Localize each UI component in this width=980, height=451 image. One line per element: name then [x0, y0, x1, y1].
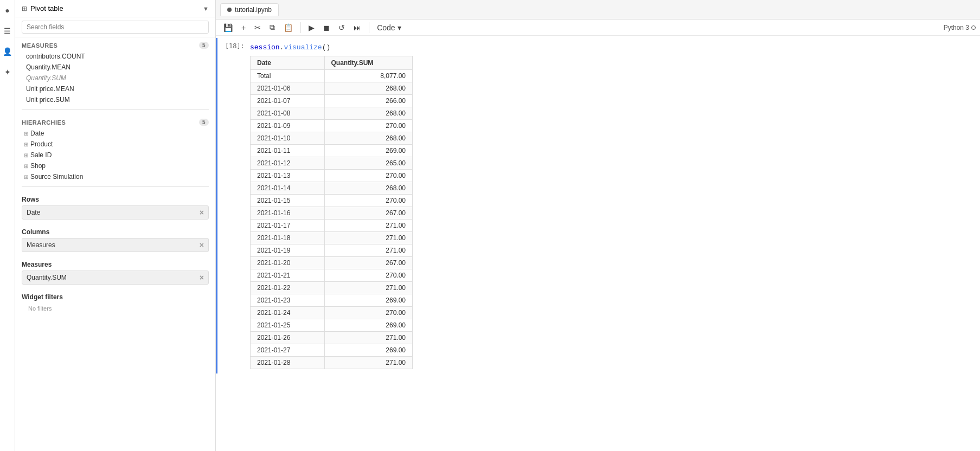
paste-button[interactable]: 📋: [280, 22, 296, 33]
sidebar-icon-1[interactable]: ●: [2, 4, 14, 16]
pivot-icon: ⊞: [22, 5, 27, 12]
search-input[interactable]: [22, 21, 209, 34]
col-header-date: Date: [251, 56, 325, 70]
hier-icon-date: ⊞: [24, 131, 28, 137]
hierarchies-list: ⊞ Date ⊞ Product ⊞ Sale ID ⊞ Shop ⊞ Sour…: [15, 128, 215, 182]
divider-2: [22, 186, 209, 187]
measure-item-unit-price-mean[interactable]: Unit price.MEAN: [15, 83, 215, 94]
quantity-cell: 269.00: [324, 319, 412, 332]
code-session: session: [250, 43, 280, 51]
date-cell: 2021-01-28: [251, 357, 325, 369]
output-table: Date Quantity.SUM Total8,077.002021-01-0…: [250, 56, 413, 369]
columns-remove-button[interactable]: ×: [200, 241, 204, 249]
date-cell: 2021-01-07: [251, 95, 325, 107]
toolbar: 💾 + ✂ ⧉ 📋 ▶ ◼ ↺ ⏭ Code ▾ Python 3: [216, 20, 980, 36]
measures-count: 5: [199, 42, 209, 49]
measure-item-quantity-sum[interactable]: Quantity.SUM: [15, 73, 215, 83]
quantity-cell: 267.00: [324, 207, 412, 220]
cut-button[interactable]: ✂: [251, 22, 264, 33]
sidebar-icon-2[interactable]: ☰: [2, 25, 14, 37]
restart-button[interactable]: ↺: [335, 22, 348, 33]
date-cell: 2021-01-06: [251, 82, 325, 95]
hier-item-shop[interactable]: ⊞ Shop: [15, 160, 215, 171]
rows-remove-button[interactable]: ×: [200, 208, 204, 217]
add-cell-button[interactable]: +: [238, 22, 249, 33]
columns-label: Columns: [22, 228, 209, 236]
col-header-quantity-sum: Quantity.SUM: [324, 56, 412, 70]
no-filters-label: No filters: [22, 303, 209, 314]
fast-forward-button[interactable]: ⏭: [350, 22, 364, 33]
sidebar-header-left: ⊞ Pivot table: [22, 4, 63, 12]
date-cell: 2021-01-08: [251, 107, 325, 120]
measure-item-contributors[interactable]: contributors.COUNT: [15, 51, 215, 62]
date-cell: 2021-01-11: [251, 145, 325, 157]
cell-content: session.visualize() Date Quantity.SUM To…: [250, 38, 980, 373]
measures-section-header: MEASURES 5: [15, 37, 215, 51]
rows-tag: Date ×: [22, 205, 209, 220]
table-total-row: Total8,077.00: [251, 70, 413, 82]
quantity-cell: 268.00: [324, 132, 412, 145]
hierarchies-label: HIERARCHIES: [22, 119, 66, 126]
sidebar-icon-4[interactable]: ✦: [2, 66, 14, 78]
measure-item-quantity-mean[interactable]: Quantity.MEAN: [15, 62, 215, 73]
hier-icon-product: ⊞: [24, 141, 28, 147]
date-cell: 2021-01-24: [251, 307, 325, 319]
rows-section: Rows Date ×: [15, 191, 215, 224]
quantity-cell: 270.00: [324, 307, 412, 319]
quantity-cell: 265.00: [324, 157, 412, 170]
sidebar-content: MEASURES 5 contributors.COUNT Quantity.M…: [15, 37, 215, 451]
date-cell: 2021-01-18: [251, 232, 325, 244]
widget-filters-label: Widget filters: [22, 293, 209, 301]
table-row: 2021-01-26271.00: [251, 332, 413, 344]
table-row: 2021-01-16267.00: [251, 207, 413, 220]
quantity-cell: 270.00: [324, 120, 412, 132]
table-row: 2021-01-20267.00: [251, 257, 413, 269]
quantity-cell: 270.00: [324, 195, 412, 207]
hier-item-source-simulation[interactable]: ⊞ Source Simulation: [15, 171, 215, 182]
date-cell: 2021-01-27: [251, 344, 325, 357]
tab-tutorial[interactable]: tutorial.ipynb: [220, 3, 279, 16]
columns-tag: Measures ×: [22, 238, 209, 252]
hierarchies-count: 5: [199, 119, 209, 126]
measure-item-unit-price-sum[interactable]: Unit price.SUM: [15, 94, 215, 105]
table-row: 2021-01-07266.00: [251, 95, 413, 107]
table-row: 2021-01-06268.00: [251, 82, 413, 95]
stop-button[interactable]: ◼: [320, 22, 333, 33]
hier-item-date[interactable]: ⊞ Date: [15, 128, 215, 139]
date-cell: 2021-01-16: [251, 207, 325, 220]
date-cell: 2021-01-13: [251, 170, 325, 182]
date-cell: 2021-01-23: [251, 294, 325, 307]
save-button[interactable]: 💾: [220, 22, 236, 33]
table-row: 2021-01-19271.00: [251, 244, 413, 257]
columns-section: Columns Measures ×: [15, 224, 215, 256]
table-row: 2021-01-13270.00: [251, 170, 413, 182]
hier-item-product[interactable]: ⊞ Product: [15, 139, 215, 150]
quantity-cell: 270.00: [324, 269, 412, 282]
quantity-cell: 271.00: [324, 232, 412, 244]
code-visualize: visualize: [284, 43, 322, 51]
hier-icon-shop: ⊞: [24, 163, 28, 169]
divider-1: [22, 109, 209, 110]
date-cell: 2021-01-20: [251, 257, 325, 269]
quantity-cell: 269.00: [324, 294, 412, 307]
table-row: 2021-01-24270.00: [251, 307, 413, 319]
run-button[interactable]: ▶: [305, 22, 318, 33]
sidebar-icon-3[interactable]: 👤: [2, 46, 14, 57]
chevron-down-icon[interactable]: ▼: [203, 5, 209, 12]
table-row: 2021-01-21270.00: [251, 269, 413, 282]
date-cell: 2021-01-19: [251, 244, 325, 257]
notebook-body: [18]: session.visualize() Date Quantity.…: [216, 36, 980, 451]
quantity-cell: 270.00: [324, 170, 412, 182]
quantity-cell: 268.00: [324, 107, 412, 120]
table-row: 2021-01-14268.00: [251, 182, 413, 195]
cell-type-dropdown[interactable]: Code ▾: [374, 22, 404, 33]
date-cell: 2021-01-09: [251, 120, 325, 132]
date-cell: 2021-01-17: [251, 220, 325, 232]
measures-remove-button[interactable]: ×: [200, 273, 204, 282]
tab-label: tutorial.ipynb: [235, 6, 272, 14]
measures-config-label: Measures: [22, 261, 209, 268]
hier-item-sale-id[interactable]: ⊞ Sale ID: [15, 150, 215, 160]
table-row: 2021-01-17271.00: [251, 220, 413, 232]
kernel-info: Python 3: [944, 24, 976, 31]
copy-button[interactable]: ⧉: [266, 22, 278, 33]
